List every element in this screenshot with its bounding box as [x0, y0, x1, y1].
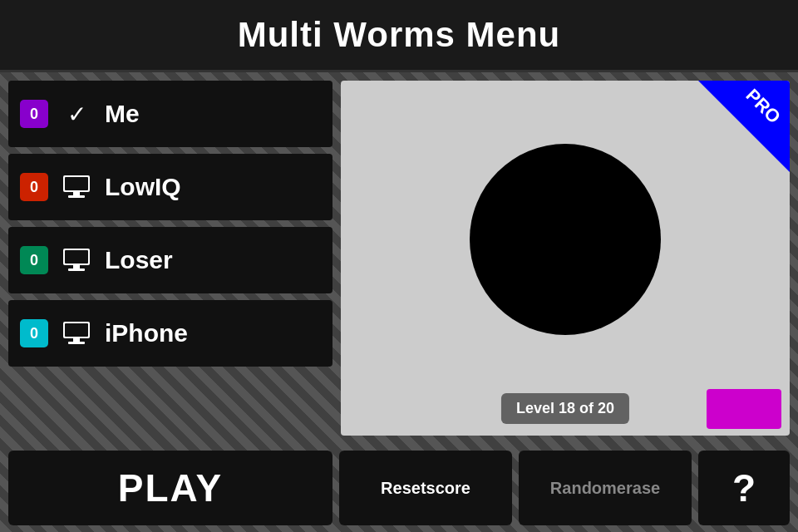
color-swatch [707, 389, 781, 429]
svg-rect-5 [65, 250, 88, 264]
checkmark-icon: ✓ [60, 101, 93, 128]
level-badge: Level 18 of 20 [501, 393, 629, 424]
bottom-bar: PLAY Reset score Random erase ? [0, 444, 798, 532]
play-button[interactable]: PLAY [8, 451, 332, 525]
player-name-loser: Loser [105, 246, 173, 274]
player-score-me: 0 [20, 100, 48, 128]
reset-score-button[interactable]: Reset score [339, 451, 512, 525]
player-name-iphone: iPhone [105, 319, 188, 347]
main-content: 0 ✓ Me 0 LowIQ 0 [0, 72, 798, 444]
svg-rect-9 [65, 323, 88, 337]
header: Multi Worms Menu [0, 0, 798, 72]
svg-rect-10 [73, 338, 80, 342]
reset-line1: Reset [381, 477, 426, 499]
monitor-icon-lowiq [60, 174, 93, 200]
help-button[interactable]: ? [698, 451, 790, 525]
player-score-lowiq: 0 [20, 173, 48, 201]
page-title: Multi Worms Menu [0, 15, 798, 55]
monitor-icon-iphone [60, 320, 93, 347]
player-row-lowiq[interactable]: 0 LowIQ [8, 154, 332, 220]
player-row-loser[interactable]: 0 Loser [8, 227, 332, 293]
preview-circle [470, 144, 661, 335]
svg-rect-6 [73, 265, 80, 268]
svg-rect-1 [65, 177, 88, 190]
monitor-icon-loser [60, 247, 93, 273]
svg-rect-11 [68, 342, 85, 344]
pro-badge [698, 81, 790, 172]
random-erase-button[interactable]: Random erase [519, 451, 692, 525]
player-name-lowiq: LowIQ [105, 173, 181, 201]
random-line1: Random [550, 477, 617, 499]
svg-rect-7 [68, 268, 85, 271]
player-list: 0 ✓ Me 0 LowIQ 0 [8, 81, 332, 436]
player-row-iphone[interactable]: 0 iPhone [8, 300, 332, 367]
reset-line2: score [426, 477, 470, 499]
player-score-loser: 0 [20, 246, 48, 274]
preview-panel: PRO Level 18 of 20 [341, 81, 790, 436]
svg-rect-2 [73, 192, 80, 195]
player-row-me[interactable]: 0 ✓ Me [8, 81, 332, 147]
player-score-iphone: 0 [20, 319, 48, 347]
svg-rect-3 [68, 195, 85, 198]
player-name-me: Me [105, 100, 140, 128]
random-line2: erase [617, 477, 660, 499]
